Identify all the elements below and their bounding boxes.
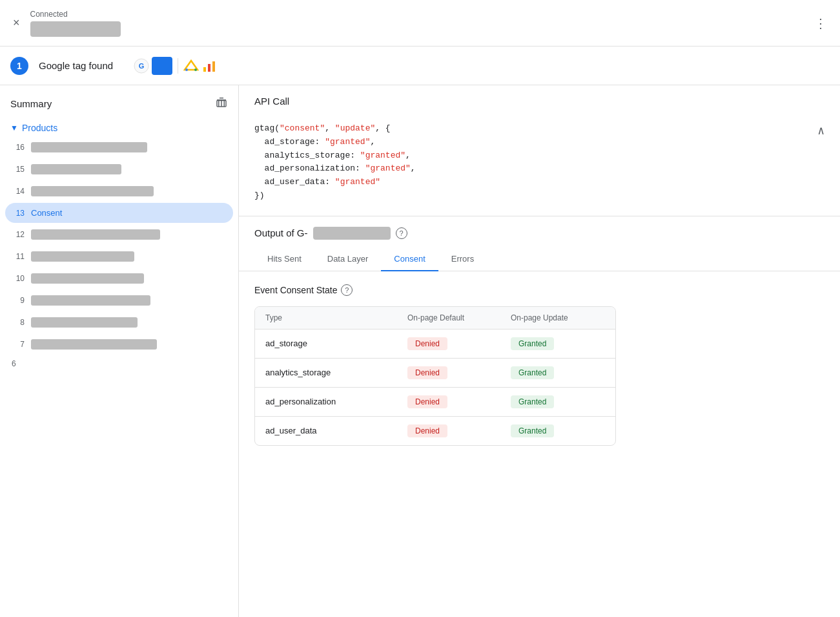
sidebar-item-8[interactable]: 8	[5, 312, 233, 333]
tab-consent[interactable]: Consent	[381, 247, 438, 271]
divider	[178, 58, 178, 74]
tab-errors[interactable]: Errors	[438, 247, 487, 271]
code-line-4: ad_personalization: "granted",	[254, 162, 825, 176]
tag-bar: 1 Google tag found G	[0, 47, 840, 85]
cell-update-analytics-storage: Granted	[500, 359, 604, 387]
item-bar-15	[31, 164, 121, 174]
cell-default-ad-storage: Denied	[397, 329, 500, 358]
google-ads-icon	[183, 58, 199, 74]
content-area: API Call ∧ gtag("consent", "update", { a…	[239, 85, 840, 617]
connected-section: Connected	[30, 10, 121, 37]
close-button[interactable]: ×	[10, 14, 23, 32]
item-num-9: 9	[12, 296, 25, 305]
svg-rect-9	[220, 98, 223, 99]
item-num-7: 7	[12, 340, 25, 349]
item-bar-8	[31, 317, 138, 328]
cell-default-ad-personalization: Denied	[397, 388, 500, 416]
sidebar-item-14[interactable]: 14	[5, 181, 233, 202]
svg-rect-5	[203, 67, 206, 72]
gtag-icon: G	[134, 58, 149, 74]
sidebar-item-16[interactable]: 16	[5, 137, 233, 158]
top-bar-left: × Connected	[10, 10, 121, 37]
badge-granted-analytics-storage: Granted	[511, 366, 554, 379]
consent-table: Type On-page Default On-page Update ad_s…	[254, 306, 616, 446]
svg-point-4	[194, 68, 197, 71]
item-num-11: 11	[12, 252, 25, 261]
sidebar-item-13[interactable]: 13 Consent	[5, 203, 233, 223]
svg-rect-6	[208, 64, 210, 72]
summary-label: Summary	[10, 98, 52, 109]
cell-update-ad-storage: Granted	[500, 329, 604, 358]
cell-type-ad-personalization: ad_personalization	[255, 388, 397, 416]
svg-text:G: G	[139, 62, 145, 70]
cell-type-analytics-storage: analytics_storage	[255, 359, 397, 387]
top-bar: × Connected ⋮	[0, 0, 840, 47]
consent-content: Event Consent State ? Type On-page Defau…	[239, 271, 840, 459]
badge-denied-ad-user-data: Denied	[407, 424, 447, 437]
consent-help-icon[interactable]: ?	[341, 284, 353, 296]
sidebar-item-12[interactable]: 12	[5, 224, 233, 245]
api-call-title: API Call	[239, 85, 840, 114]
products-label: Products	[22, 123, 57, 133]
redacted-id-bar	[313, 227, 391, 240]
sidebar-item-7[interactable]: 7	[5, 334, 233, 355]
sidebar-item-11[interactable]: 11	[5, 246, 233, 267]
chevron-down-icon: ▼	[10, 123, 18, 132]
connected-label: Connected	[30, 10, 121, 19]
sidebar-items: 16 15 14 13 Consent	[0, 137, 238, 368]
api-call-section: API Call ∧ gtag("consent", "update", { a…	[239, 85, 840, 216]
tab-data-layer[interactable]: Data Layer	[314, 247, 382, 271]
table-row-analytics-storage: analytics_storage Denied Granted	[255, 359, 615, 388]
cell-update-ad-user-data: Granted	[500, 417, 604, 445]
delete-icon[interactable]	[215, 96, 228, 111]
output-title: Output of G-	[254, 227, 308, 238]
item-num-10: 10	[12, 274, 25, 283]
col-type: Type	[255, 307, 397, 329]
sidebar-item-9[interactable]: 9	[5, 290, 233, 311]
item-bar-12	[31, 229, 160, 240]
tag-badge: 1	[10, 57, 28, 75]
badge-granted-ad-user-data: Granted	[511, 424, 554, 437]
analytics-icon	[201, 58, 217, 74]
item-num-15: 15	[12, 165, 25, 174]
table-header: Type On-page Default On-page Update	[255, 307, 615, 329]
collapse-icon[interactable]: ∧	[817, 122, 825, 141]
badge-denied-analytics-storage: Denied	[407, 366, 447, 379]
svg-rect-12	[224, 101, 225, 107]
tag-action-button[interactable]	[152, 57, 172, 75]
badge-granted-ad-personalization: Granted	[511, 395, 554, 408]
svg-rect-7	[212, 61, 215, 72]
tab-hits-sent[interactable]: Hits Sent	[254, 247, 314, 271]
sidebar-item-10[interactable]: 10	[5, 268, 233, 289]
item-bar-7	[31, 339, 157, 350]
sidebar-item-15[interactable]: 15	[5, 159, 233, 180]
code-line-2: ad_storage: "granted",	[254, 136, 825, 149]
table-row-ad-personalization: ad_personalization Denied Granted	[255, 388, 615, 417]
item-num-8: 8	[12, 318, 25, 327]
item-bar-9	[31, 295, 150, 306]
table-row-ad-user-data: ad_user_data Denied Granted	[255, 417, 615, 445]
more-button[interactable]: ⋮	[812, 13, 830, 34]
item-label-13: Consent	[31, 208, 62, 218]
sidebar: Summary ▼ Products 16	[0, 85, 239, 617]
cell-default-ad-user-data: Denied	[397, 417, 500, 445]
tag-title: Google tag found	[39, 60, 113, 71]
table-row-ad-storage: ad_storage Denied Granted	[255, 329, 615, 359]
code-line-1: gtag("consent", "update", {	[254, 122, 825, 136]
code-line-3: analytics_storage: "granted",	[254, 149, 825, 163]
output-section: Output of G- ? Hits Sent Data Layer Cons…	[239, 216, 840, 459]
svg-point-3	[185, 68, 188, 71]
cell-default-analytics-storage: Denied	[397, 359, 500, 387]
code-line-5: ad_user_data: "granted"	[254, 176, 825, 189]
output-header: Output of G- ?	[239, 216, 840, 240]
item-bar-10	[31, 273, 144, 284]
event-consent-header: Event Consent State ?	[254, 284, 825, 296]
code-line-close: })	[254, 189, 825, 203]
connected-bar	[30, 21, 121, 37]
col-update: On-page Update	[500, 307, 604, 329]
products-header[interactable]: ▼ Products	[0, 119, 238, 137]
cell-update-ad-personalization: Granted	[500, 388, 604, 416]
output-help-icon[interactable]: ?	[396, 227, 407, 239]
cell-type-ad-storage: ad_storage	[255, 329, 397, 358]
item-num-6-area: 6	[5, 356, 233, 368]
